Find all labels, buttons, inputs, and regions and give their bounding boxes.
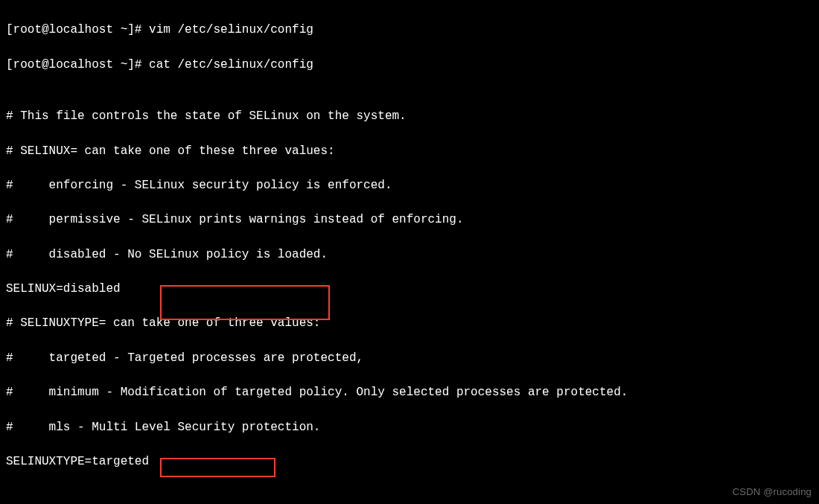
output-line: # minimum - Modification of targeted pol… [6, 384, 813, 401]
output-line: # enforcing - SELinux security policy is… [6, 177, 813, 194]
output-line: # targeted - Targeted processes are prot… [6, 350, 813, 367]
output-line: # permissive - SELinux prints warnings i… [6, 211, 813, 229]
output-line: # This file controls the state of SELinu… [6, 108, 813, 125]
output-line: # disabled - No SELinux policy is loaded… [6, 246, 813, 264]
cmd-line-cat: [root@localhost ~]# cat /etc/selinux/con… [6, 57, 813, 74]
output-line: # mls - Multi Level Security protection. [6, 419, 813, 436]
output-line: # SELINUX= can take one of these three v… [6, 143, 813, 160]
command-text: vim /etc/selinux/config [149, 23, 313, 36]
cmd-line-vim: [root@localhost ~]# vim /etc/selinux/con… [6, 22, 813, 39]
shell-prompt: [root@localhost ~]# [6, 23, 149, 36]
output-line: SELINUXTYPE=targeted [6, 453, 813, 470]
output-line: # SELINUXTYPE= can take one of three val… [6, 315, 813, 332]
watermark-text: CSDN @rucoding [733, 485, 812, 500]
output-line: SELINUX=disabled [6, 281, 813, 298]
shell-prompt: [root@localhost ~]# [6, 58, 149, 71]
terminal-output[interactable]: [root@localhost ~]# vim /etc/selinux/con… [6, 4, 813, 504]
command-text: cat /etc/selinux/config [149, 58, 313, 71]
